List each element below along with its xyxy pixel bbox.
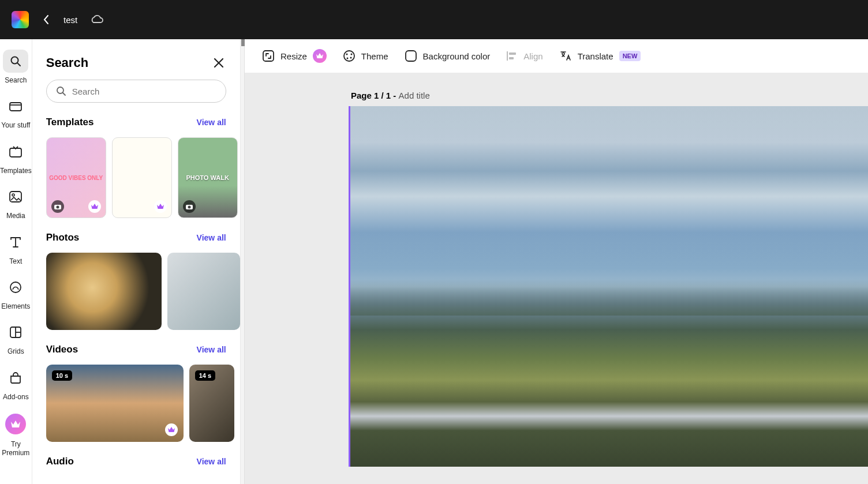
search-icon bbox=[56, 86, 66, 96]
canvas-page[interactable] bbox=[349, 106, 868, 467]
camera-badge-icon bbox=[51, 200, 64, 213]
view-all-audio[interactable]: View all bbox=[197, 457, 226, 466]
panel-scrollbar[interactable] bbox=[241, 39, 245, 484]
tool-label: Align bbox=[523, 51, 542, 61]
tool-label: Resize bbox=[280, 51, 307, 61]
resize-icon bbox=[262, 50, 275, 62]
rail-item-search[interactable]: Search bbox=[0, 47, 32, 87]
app-header: test bbox=[0, 0, 868, 39]
view-all-videos[interactable]: View all bbox=[197, 345, 226, 354]
video-duration-badge: 14 s bbox=[195, 370, 215, 381]
theme-button[interactable]: Theme bbox=[343, 50, 388, 62]
page-workspace[interactable]: Page 1 / 1 - Add title bbox=[245, 73, 868, 484]
search-icon bbox=[10, 55, 21, 67]
rail-item-media[interactable]: Media bbox=[0, 183, 32, 222]
text-icon bbox=[10, 237, 21, 247]
svg-rect-22 bbox=[509, 52, 516, 55]
media-icon bbox=[9, 191, 22, 202]
svg-rect-2 bbox=[10, 103, 21, 111]
videos-row: 10 s 14 s bbox=[32, 360, 240, 451]
video-duration-badge: 10 s bbox=[52, 370, 72, 381]
svg-point-8 bbox=[57, 87, 63, 93]
back-button[interactable] bbox=[37, 14, 55, 25]
section-title-videos: Videos bbox=[46, 344, 78, 355]
rail-label: Media bbox=[6, 212, 25, 220]
background-color-button[interactable]: Background color bbox=[405, 50, 491, 62]
svg-point-4 bbox=[12, 194, 14, 196]
section-title-templates: Templates bbox=[46, 117, 94, 128]
template-thumb[interactable] bbox=[178, 137, 238, 218]
template-thumb[interactable] bbox=[46, 137, 106, 218]
rail-item-elements[interactable]: Elements bbox=[0, 273, 32, 313]
close-icon bbox=[214, 58, 224, 68]
rail-item-text[interactable]: Text bbox=[0, 228, 32, 268]
chevron-left-icon bbox=[43, 14, 50, 25]
rail-label: Add-ons bbox=[3, 393, 29, 401]
elements-icon bbox=[9, 282, 22, 293]
video-thumb[interactable]: 10 s bbox=[46, 365, 184, 442]
svg-rect-3 bbox=[10, 192, 21, 202]
section-title-photos: Photos bbox=[46, 232, 80, 243]
panel-title: Search bbox=[46, 55, 88, 70]
svg-point-13 bbox=[188, 206, 190, 209]
view-all-photos[interactable]: View all bbox=[197, 233, 226, 242]
tool-label: Theme bbox=[361, 51, 388, 61]
search-input-container[interactable] bbox=[46, 80, 226, 103]
rail-label: Templates bbox=[0, 167, 32, 175]
svg-point-18 bbox=[346, 58, 348, 59]
premium-badge-icon bbox=[88, 200, 101, 213]
rail-item-grids[interactable]: Grids bbox=[0, 318, 32, 358]
canvas-toolbar: Resize Theme Background color Align Tran… bbox=[245, 39, 868, 73]
resize-button[interactable]: Resize bbox=[262, 49, 327, 63]
canvas-area: Resize Theme Background color Align Tran… bbox=[245, 39, 868, 484]
template-thumb[interactable] bbox=[112, 137, 172, 218]
tool-label: Translate bbox=[578, 51, 613, 61]
left-rail: Search Your stuff Templates Media Text E… bbox=[0, 39, 32, 484]
close-panel-button[interactable] bbox=[211, 55, 226, 70]
rail-label: Text bbox=[9, 257, 22, 265]
add-title-placeholder[interactable]: Add title bbox=[399, 91, 430, 100]
premium-badge-icon bbox=[165, 423, 178, 436]
svg-line-1 bbox=[17, 63, 20, 66]
translate-icon bbox=[559, 50, 572, 62]
canvas-image[interactable] bbox=[350, 106, 868, 467]
rail-item-addons[interactable]: Add-ons bbox=[0, 364, 32, 403]
templates-row bbox=[32, 133, 240, 227]
align-icon bbox=[506, 51, 518, 61]
svg-point-16 bbox=[346, 54, 347, 55]
crown-icon bbox=[10, 420, 21, 428]
premium-badge-icon bbox=[154, 200, 167, 213]
templates-icon bbox=[9, 146, 22, 157]
svg-point-19 bbox=[350, 57, 351, 59]
rail-label: Try Premium bbox=[0, 440, 32, 457]
app-logo[interactable] bbox=[12, 11, 29, 28]
rail-item-premium[interactable]: Try Premium bbox=[0, 411, 32, 459]
svg-point-17 bbox=[350, 54, 352, 55]
photo-thumb[interactable] bbox=[46, 253, 162, 330]
svg-rect-20 bbox=[406, 51, 416, 61]
search-input[interactable] bbox=[72, 87, 216, 96]
addons-icon bbox=[9, 372, 22, 384]
rail-label: Grids bbox=[8, 347, 24, 355]
search-panel: Search Templates View all bbox=[32, 39, 241, 484]
align-button[interactable]: Align bbox=[506, 51, 542, 61]
page-label[interactable]: Page 1 / 1 - Add title bbox=[351, 91, 868, 100]
svg-rect-14 bbox=[263, 51, 274, 61]
background-icon bbox=[405, 50, 417, 62]
svg-point-11 bbox=[56, 206, 59, 209]
rail-item-your-stuff[interactable]: Your stuff bbox=[0, 92, 32, 132]
svg-line-9 bbox=[63, 93, 65, 95]
svg-point-15 bbox=[344, 51, 354, 61]
cloud-sync-icon[interactable] bbox=[90, 14, 104, 25]
section-title-audio: Audio bbox=[46, 456, 74, 467]
photo-thumb[interactable] bbox=[167, 253, 240, 330]
theme-icon bbox=[343, 50, 356, 62]
video-thumb[interactable]: 14 s bbox=[189, 365, 234, 442]
camera-badge-icon bbox=[183, 200, 196, 213]
rail-item-templates[interactable]: Templates bbox=[0, 138, 32, 177]
page-number: Page 1 / 1 - bbox=[351, 91, 399, 100]
view-all-templates[interactable]: View all bbox=[197, 118, 226, 127]
translate-button[interactable]: Translate NEW bbox=[559, 50, 641, 62]
new-badge: NEW bbox=[619, 51, 641, 61]
document-name[interactable]: test bbox=[63, 15, 77, 25]
